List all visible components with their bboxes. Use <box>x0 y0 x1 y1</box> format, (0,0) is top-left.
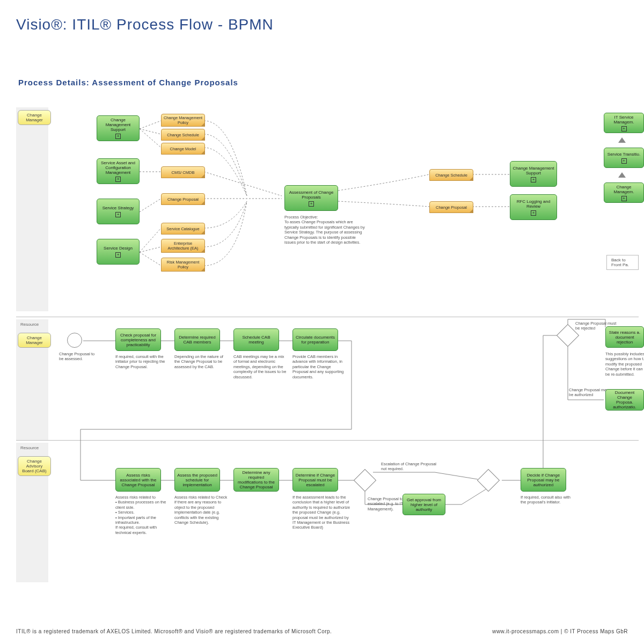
subprocess-icon: + <box>531 177 536 182</box>
task-circulate-docs[interactable]: Circulate documents for preparation <box>292 328 338 351</box>
task-label: Assessment of Change Proposals <box>287 190 335 200</box>
note-end-reject: This possibly includes suggestions on ho… <box>605 352 644 377</box>
task-service-transition[interactable]: Service Transitio.+ <box>604 148 644 168</box>
footer-right: www.it-processmaps.com | © IT Process Ma… <box>492 628 628 634</box>
subprocess-icon: + <box>621 196 627 201</box>
doc-out-change-schedule[interactable]: Change Schedule <box>429 169 473 181</box>
doc-service-catalogue[interactable]: Service Catalogue <box>161 223 205 235</box>
task-label: IT Service Managem. <box>606 115 641 125</box>
subprocess-icon: + <box>115 177 121 182</box>
chevron-up-icon <box>618 137 626 143</box>
task-decide-authorize[interactable]: Decide if Change Proposal may be authori… <box>521 468 566 492</box>
task-label: Service Strategy <box>103 206 134 210</box>
subprocess-icon: + <box>531 210 536 216</box>
role-change-manager-lower: Change Manager <box>18 333 51 348</box>
lane-separator <box>16 317 639 317</box>
task-service-design[interactable]: Service Design+ <box>97 239 140 265</box>
lane-header-bg <box>16 107 48 311</box>
task-change-mgmt-far[interactable]: Change Managem.+ <box>604 182 644 203</box>
task-label: Service Asset and Configuration Manageme… <box>99 160 137 175</box>
subprocess-icon: + <box>115 134 121 139</box>
doc-risk-mgmt-policy[interactable]: Risk Management Policy <box>161 258 205 272</box>
role-change-manager-upper: Change Manager <box>18 110 51 125</box>
task-label: Change Management Support <box>99 118 137 132</box>
task-label: Change Managem. <box>606 185 641 194</box>
task-document-auth[interactable]: Document Change Proposa. authorizatio. <box>605 389 644 411</box>
lane-separator-2 <box>16 440 639 441</box>
task-service-strategy[interactable]: Service Strategy+ <box>97 199 140 224</box>
subprocess-icon: + <box>115 252 121 258</box>
task-check-proposal[interactable]: Check proposal for completeness and prac… <box>115 328 161 351</box>
note-r2-1: Assess risks related to Check if there a… <box>174 495 228 525</box>
start-event[interactable] <box>67 333 82 348</box>
note-r1-3: Provide CAB members in advance with info… <box>292 354 346 379</box>
task-label: Service Transitio. <box>608 152 640 157</box>
task-schedule-cab[interactable]: Schedule CAB meeting <box>233 328 279 351</box>
doc-change-mgmt-policy[interactable]: Change Management Policy <box>161 114 205 127</box>
task-sacm[interactable]: Service Asset and Configuration Manageme… <box>97 158 140 184</box>
task-label: RFC Logging and Review <box>513 199 554 209</box>
chevron-up-icon <box>618 172 626 178</box>
note-r1-1: Depending on the nature of the Change Pr… <box>174 354 225 369</box>
gw-label-no-escalate: Escalation of Change Proposal not requir… <box>381 462 440 472</box>
note-r1-0: If required, consult with the initiator … <box>115 354 166 369</box>
task-it-service-mgmt[interactable]: IT Service Managem.+ <box>604 113 644 133</box>
doc-cms-cmdb[interactable]: CMS/ CMDB <box>161 166 205 178</box>
task-assess-schedule[interactable]: Assess the proposed schedule for impleme… <box>174 468 220 492</box>
task-assess-risks[interactable]: Assess risks associated with the Change … <box>115 468 161 492</box>
gateway-escalation[interactable] <box>354 469 376 492</box>
note-r2-0: Assess risks related to • Business proce… <box>115 495 169 535</box>
note-r2-3: If the assessment leads to the conclusio… <box>292 495 352 530</box>
subprocess-icon: + <box>621 158 627 164</box>
subtitle: Process Details: Assessment of Change Pr… <box>18 78 238 87</box>
task-determine-mods[interactable]: Determine any required modifications to … <box>233 468 279 492</box>
task-assessment-change-proposals[interactable]: Assessment of Change Proposals+ <box>284 185 338 211</box>
task-label: Service Design <box>104 246 133 251</box>
subprocess-icon: + <box>115 212 121 217</box>
note-start: Change Proposal to be assessed. <box>59 352 97 362</box>
task-change-mgmt-support[interactable]: Change Management Support+ <box>97 115 140 141</box>
task-get-approval[interactable]: Get approval from higher level of author… <box>402 494 445 515</box>
doc-ea[interactable]: Enterprise Architecture (EA) <box>161 239 205 253</box>
task-determine-cab[interactable]: Determine required CAB members <box>174 328 220 351</box>
subprocess-icon: + <box>309 201 314 207</box>
task-determine-escalate[interactable]: Determine if Change Proposal must be esc… <box>292 468 338 492</box>
doc-change-schedule[interactable]: Change Schedule <box>161 129 205 141</box>
subprocess-icon: + <box>621 126 627 131</box>
back-to-front-button[interactable]: Back to Front Pa. <box>606 255 639 270</box>
footer-left: ITIL® is a registered trademark of AXELO… <box>16 628 332 634</box>
doc-change-model[interactable]: Change Model <box>161 143 205 155</box>
diagram-canvas: Change Manager Change Management Support… <box>16 107 639 612</box>
note-r1-2: CAB meetings may be a mix of formal and … <box>233 354 287 379</box>
gateway-merge[interactable] <box>477 469 500 492</box>
doc-change-proposal[interactable]: Change Proposal <box>161 193 205 205</box>
note-decide: If required, consult also with the propo… <box>521 495 574 505</box>
resource-label-1: Resource <box>20 322 39 327</box>
role-cab: Change Advisory Board (CAB) <box>18 456 51 476</box>
task-rfc-logging[interactable]: RFC Logging and Review+ <box>510 194 557 220</box>
task-label: Change Management Support <box>513 166 554 175</box>
doc-out-change-proposal[interactable]: Change Proposal <box>429 201 473 213</box>
footer: ITIL® is a registered trademark of AXELO… <box>16 628 628 634</box>
page-title: Visio®: ITIL® Process Flow - BPMN <box>16 16 274 33</box>
task-state-reasons[interactable]: State reasons a. document rejection <box>605 326 644 348</box>
resource-label-2: Resource <box>20 445 39 450</box>
note-process-objective: Process Objective: To asses Change Propo… <box>284 215 365 245</box>
task-cms-right[interactable]: Change Management Support+ <box>510 161 557 187</box>
